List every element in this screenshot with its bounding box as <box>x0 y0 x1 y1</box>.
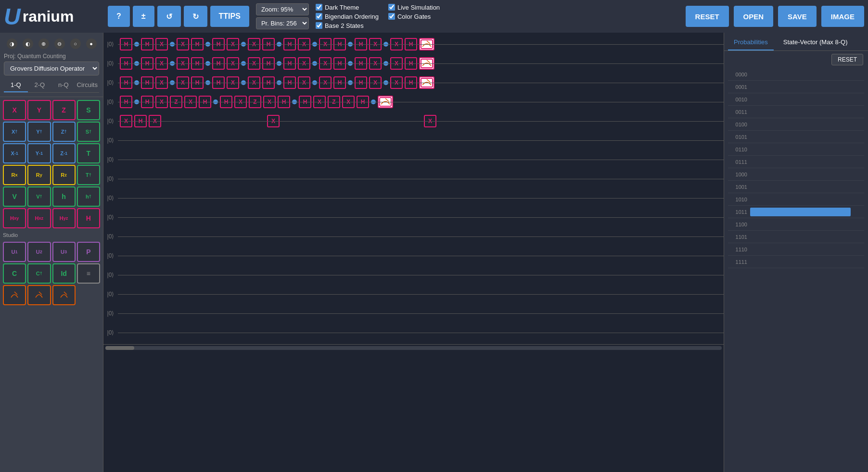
gate-t-dag[interactable]: T† <box>77 165 100 185</box>
gate-x-1-3[interactable]: X <box>155 57 168 70</box>
zoom-select[interactable]: Zoom: 95% Zoom: 75% Zoom: 100% <box>256 3 309 15</box>
gate-h-2-24[interactable]: H <box>405 76 417 89</box>
gate-h-1-14[interactable]: H <box>283 57 296 70</box>
gate-measure-0[interactable] <box>419 38 434 50</box>
ctrl-0-13[interactable] <box>277 42 281 47</box>
gate-x-0-9[interactable]: X <box>227 38 239 50</box>
gate-c-dag[interactable]: C† <box>27 263 51 284</box>
gate-h-4-1[interactable]: H <box>134 115 147 127</box>
gate-h-2-18[interactable]: H <box>333 76 346 89</box>
ctrl-0-10[interactable] <box>241 42 246 47</box>
gate-s-dag[interactable]: S† <box>77 122 100 142</box>
gate-h-1-20[interactable]: H <box>355 57 367 70</box>
gate-x-1-11[interactable]: X <box>248 57 260 70</box>
gate-x-1-5[interactable]: X <box>177 57 189 70</box>
reset-button[interactable]: RESET <box>686 6 729 27</box>
gate-h-2-14[interactable]: H <box>283 76 296 89</box>
gate-h-0-24[interactable]: H <box>405 38 417 50</box>
gate-hxz[interactable]: Hxz <box>27 208 51 228</box>
icon-minus-circle[interactable]: ⊖ <box>54 38 65 49</box>
gate-h-0-12[interactable]: H <box>262 38 275 50</box>
gate-z-3-10[interactable]: Z <box>249 96 261 108</box>
gate-x[interactable]: X <box>3 100 26 120</box>
ctrl-1-19[interactable] <box>348 61 353 66</box>
gate-x-3-3[interactable]: X <box>155 96 168 108</box>
gate-h-pink[interactable]: H <box>77 208 100 228</box>
gate-h-1-8[interactable]: H <box>212 57 225 70</box>
gate-z[interactable]: Z <box>52 100 76 120</box>
gate-x-1-23[interactable]: X <box>390 57 403 70</box>
ctrl-2-10[interactable] <box>241 80 246 85</box>
ctrl-2-16[interactable] <box>312 80 317 85</box>
gate-measure-2[interactable] <box>419 76 434 89</box>
gate-h-2-2[interactable]: H <box>141 76 153 89</box>
icon-plus-circle[interactable]: ⊕ <box>38 38 49 49</box>
gate-x-0-11[interactable]: X <box>248 38 260 50</box>
base2-option[interactable]: Base 2 States <box>316 22 379 29</box>
gate-measure-1[interactable] <box>419 57 434 70</box>
ctrl-2-1[interactable] <box>134 80 139 85</box>
image-button[interactable]: IMAGE <box>821 6 864 27</box>
gate-z-3-4[interactable]: Z <box>170 96 182 108</box>
gate-p[interactable]: P <box>77 242 100 262</box>
gate-hyz[interactable]: Hyz <box>52 208 76 228</box>
ctrl-1-13[interactable] <box>277 61 281 66</box>
gate-x-0-15[interactable]: X <box>298 38 310 50</box>
gate-lines[interactable]: ≡ <box>77 263 100 284</box>
gate-x-1-21[interactable]: X <box>369 57 382 70</box>
gate-x-dag[interactable]: X† <box>3 122 26 142</box>
gate-c[interactable]: C <box>3 263 26 284</box>
gate-x-3-9[interactable]: X <box>234 96 247 108</box>
gate-x-1-9[interactable]: X <box>227 57 239 70</box>
gate-h-3-0[interactable]: H <box>120 96 132 108</box>
gate-measure-3[interactable] <box>378 96 393 108</box>
gate-x-3-15[interactable]: X <box>313 96 326 108</box>
ctrl-0-22[interactable] <box>383 42 388 47</box>
bigendian-checkbox[interactable] <box>316 13 322 20</box>
live-sim-checkbox[interactable] <box>388 4 395 11</box>
gate-mx[interactable] <box>3 285 26 305</box>
ctrl-1-4[interactable] <box>170 61 175 66</box>
gate-mz[interactable] <box>52 285 76 305</box>
gate-x-0-23[interactable]: X <box>390 38 403 50</box>
ctrl-2-4[interactable] <box>170 80 175 85</box>
gate-h-2-6[interactable]: H <box>191 76 204 89</box>
gate-y-dag[interactable]: Y† <box>27 122 51 142</box>
gate-my[interactable] <box>27 285 51 305</box>
ctrl-1-7[interactable] <box>205 61 210 66</box>
gate-rz[interactable]: Rz <box>52 165 76 185</box>
gate-y[interactable]: Y <box>27 100 51 120</box>
gate-h-0-18[interactable]: H <box>333 38 346 50</box>
ctrl-2-19[interactable] <box>348 80 353 85</box>
gate-x-0-3[interactable]: X <box>155 38 168 50</box>
gate-h-2-20[interactable]: H <box>355 76 367 89</box>
gate-x-2-21[interactable]: X <box>369 76 382 89</box>
gate-x-3-5[interactable]: X <box>184 96 197 108</box>
gate-x-4-0[interactable]: X <box>120 115 132 127</box>
gate-u1[interactable]: U1 <box>3 242 26 262</box>
circuit-scrollbar-h[interactable] <box>103 344 724 351</box>
tab-state-vector[interactable]: State-Vector (Max 8-Q) <box>778 35 854 50</box>
tab-circuits[interactable]: Circuits <box>76 78 100 92</box>
gate-y-inv[interactable]: Y-1 <box>27 143 51 163</box>
gate-ry[interactable]: Ry <box>27 165 51 185</box>
gate-h-2-8[interactable]: H <box>212 76 225 89</box>
gate-x-2-17[interactable]: X <box>319 76 332 89</box>
ctrl-1-10[interactable] <box>241 61 246 66</box>
gate-v-dag[interactable]: V† <box>27 186 51 207</box>
ttips-button[interactable]: TTIPS <box>210 6 249 27</box>
ctrl-2-22[interactable] <box>383 80 388 85</box>
gate-h-0-8[interactable]: H <box>212 38 225 50</box>
gate-h-0-14[interactable]: H <box>283 38 296 50</box>
circuit-area[interactable]: |0⟩ H H X X H <box>103 33 724 472</box>
diffusion-dropdown[interactable]: Grovers Diffusion Operator <box>4 62 99 75</box>
ctrl-3-1[interactable] <box>134 99 139 104</box>
gate-x-0-17[interactable]: X <box>319 38 332 50</box>
ctrl-3-19[interactable] <box>371 99 376 104</box>
ctrl-0-1[interactable] <box>134 42 139 47</box>
gate-h-0-6[interactable]: H <box>191 38 204 50</box>
gate-x-2-15[interactable]: X <box>298 76 310 89</box>
ctrl-0-4[interactable] <box>170 42 175 47</box>
gate-h-3-14[interactable]: H <box>299 96 311 108</box>
gate-x-1-17[interactable]: X <box>319 57 332 70</box>
